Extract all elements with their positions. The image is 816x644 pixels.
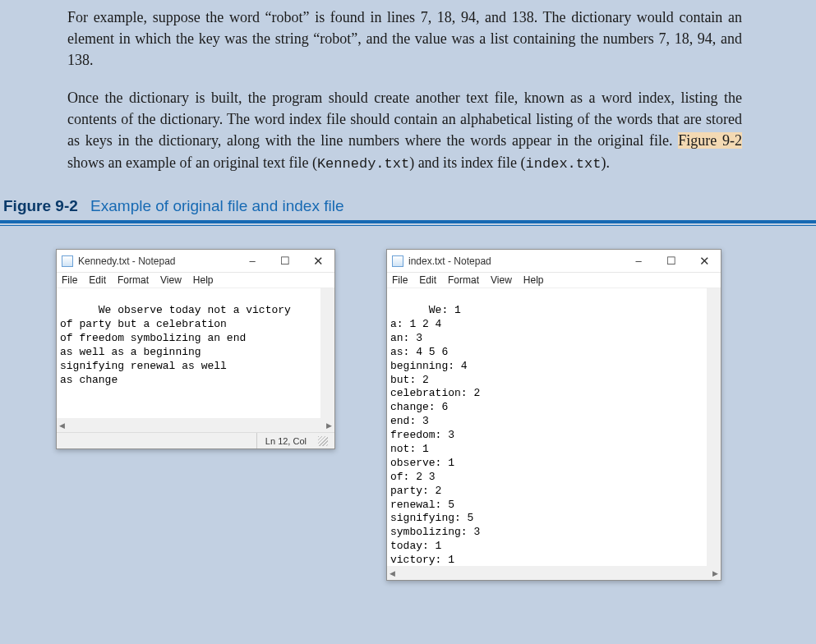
figure-divider-thick (0, 220, 816, 223)
menu-format[interactable]: Format (448, 274, 479, 286)
scroll-down-icon[interactable]: ▼ (324, 410, 331, 417)
maximize-button[interactable]: ☐ (655, 250, 688, 273)
notepad-window-index: index.txt - Notepad – ☐ ✕ File Edit Form… (386, 249, 721, 581)
window-title-kennedy: Kennedy.txt - Notepad (78, 255, 236, 267)
scroll-left-icon[interactable]: ◀ (59, 421, 65, 430)
kennedy-text: We observe today not a victory of party … (60, 304, 291, 385)
para2-text-a: Once the dictionary is built, the progra… (67, 90, 742, 149)
horizontal-scrollbar[interactable]: ◀ ▶ (57, 418, 334, 432)
scroll-right-icon[interactable]: ▶ (326, 421, 332, 430)
menu-view[interactable]: View (491, 274, 512, 286)
minimize-button[interactable]: – (622, 250, 655, 273)
paragraph-2: Once the dictionary is built, the progra… (0, 80, 816, 184)
figure-ref-highlight: Figure 9-2 (678, 132, 742, 149)
para2-text-b: shows an example of an original text fil… (67, 154, 317, 171)
titlebar-kennedy[interactable]: Kennedy.txt - Notepad – ☐ ✕ (57, 250, 334, 273)
maximize-button[interactable]: ☐ (269, 250, 302, 273)
figure-number: Figure 9-2 (3, 197, 78, 214)
paragraph-1: For example, suppose the word “robot” is… (0, 0, 816, 80)
window-title-index: index.txt - Notepad (408, 255, 622, 267)
scroll-down-icon[interactable]: ▼ (710, 558, 717, 565)
text-content-index[interactable]: We: 1 a: 1 2 4 an: 3 as: 4 5 6 beginning… (387, 288, 721, 566)
close-button[interactable]: ✕ (688, 250, 721, 273)
filename-index: index.txt (526, 156, 602, 172)
titlebar-index[interactable]: index.txt - Notepad – ☐ ✕ (387, 250, 721, 273)
menubar-index: File Edit Format View Help (387, 273, 721, 288)
text-content-kennedy[interactable]: We observe today not a victory of party … (57, 288, 334, 418)
close-button[interactable]: ✕ (302, 250, 334, 273)
scroll-up-icon[interactable]: ▲ (324, 289, 331, 297)
notepad-window-kennedy: Kennedy.txt - Notepad – ☐ ✕ File Edit Fo… (56, 249, 335, 449)
figure-description: Example of original file and index file (82, 197, 343, 214)
menu-file[interactable]: File (392, 274, 408, 286)
minimize-button[interactable]: – (236, 250, 269, 273)
scroll-up-icon[interactable]: ▲ (710, 289, 717, 297)
para2-text-d: ). (601, 154, 610, 171)
status-position: Ln 12, Col (256, 433, 315, 448)
figure-caption: Figure 9-2 Example of original file and … (0, 184, 816, 220)
resize-grip-icon[interactable] (318, 436, 328, 446)
notepad-icon (62, 255, 73, 267)
menu-edit[interactable]: Edit (419, 274, 436, 286)
para2-text-c: ) and its index file ( (409, 154, 525, 171)
menu-file[interactable]: File (62, 274, 77, 286)
notepad-icon (392, 255, 403, 267)
menu-help[interactable]: Help (523, 274, 544, 286)
filename-kennedy: Kennedy.txt (317, 156, 409, 172)
menu-help[interactable]: Help (193, 274, 214, 286)
menu-format[interactable]: Format (118, 274, 149, 286)
index-text: We: 1 a: 1 2 4 an: 3 as: 4 5 6 beginning… (390, 304, 480, 566)
menu-view[interactable]: View (160, 274, 182, 286)
menubar-kennedy: File Edit Format View Help (57, 273, 334, 288)
scroll-left-icon[interactable]: ◀ (390, 569, 395, 577)
menu-edit[interactable]: Edit (89, 274, 106, 286)
scroll-right-icon[interactable]: ▶ (712, 569, 718, 577)
horizontal-scrollbar[interactable]: ◀ ▶ (387, 566, 721, 580)
statusbar-kennedy: Ln 12, Col (57, 432, 334, 448)
